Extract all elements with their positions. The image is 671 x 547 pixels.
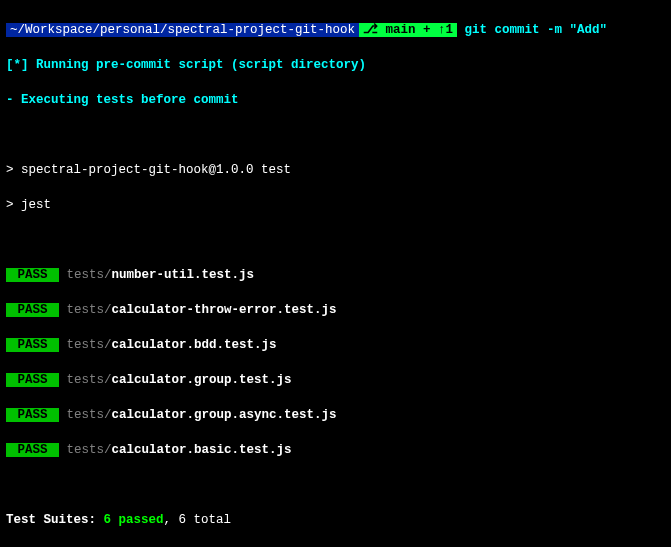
npm-test-line: > spectral-project-git-hook@1.0.0 test — [6, 162, 665, 180]
prompt-line-1: ~/Workspace/personal/spectral-project-gi… — [6, 22, 665, 40]
pass-badge: PASS — [6, 338, 59, 352]
test-result-line: PASS tests/calculator.group.async.test.j… — [6, 407, 665, 425]
test-result-line: PASS tests/number-util.test.js — [6, 267, 665, 285]
test-result-line: PASS tests/calculator.bdd.test.js — [6, 337, 665, 355]
terminal-output[interactable]: ~/Workspace/personal/spectral-project-gi… — [6, 4, 665, 547]
pass-badge: PASS — [6, 268, 59, 282]
npm-test-line: > jest — [6, 197, 665, 215]
prompt-path: ~/Workspace/personal/spectral-project-gi… — [6, 23, 359, 37]
pass-badge: PASS — [6, 443, 59, 457]
command-text: git commit -m "Add" — [465, 23, 608, 37]
test-result-line: PASS tests/calculator-throw-error.test.j… — [6, 302, 665, 320]
precommit-line: - Executing tests before commit — [6, 92, 665, 110]
test-result-line: PASS tests/calculator.basic.test.js — [6, 442, 665, 460]
pass-badge: PASS — [6, 303, 59, 317]
prompt-branch: ⎇ main + ↑1 — [359, 23, 457, 37]
test-result-line: PASS tests/calculator.group.test.js — [6, 372, 665, 390]
precommit-line: [*] Running pre-commit script (script di… — [6, 57, 665, 75]
pass-badge: PASS — [6, 373, 59, 387]
pass-badge: PASS — [6, 408, 59, 422]
suites-summary: Test Suites: 6 passed, 6 total — [6, 512, 665, 530]
